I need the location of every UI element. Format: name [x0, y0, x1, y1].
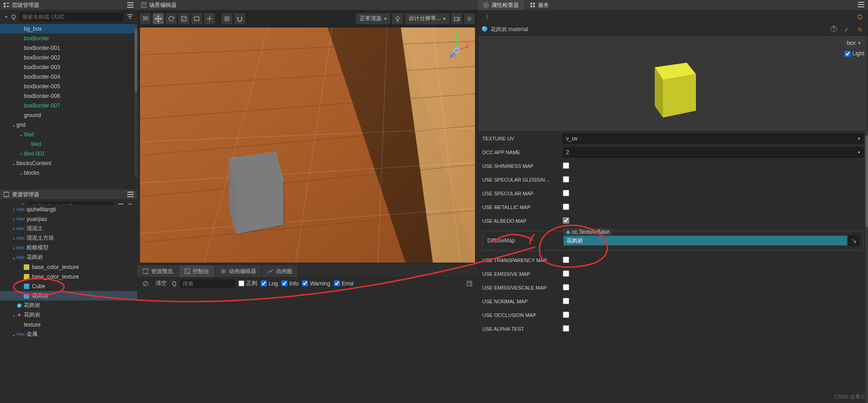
hierarchy-tree[interactable]: bg_boxboxBorderboxBorder-001boxBorder-00…: [0, 24, 137, 189]
asset-item[interactable]: ›FBX混泥土: [0, 224, 137, 233]
diffuse-map-field[interactable]: 花岗岩: [563, 236, 847, 246]
transform-tool-button[interactable]: [204, 13, 215, 24]
camera-button[interactable]: [451, 13, 462, 24]
axis-gizmo[interactable]: y x z: [443, 32, 470, 59]
asset-item[interactable]: base_color_texture: [0, 272, 137, 281]
asset-item[interactable]: texture: [0, 320, 137, 329]
console-regex-checkbox[interactable]: 正则: [238, 279, 257, 287]
diffuse-map-picker-button[interactable]: [848, 236, 859, 246]
revert-button[interactable]: ↻: [856, 26, 864, 34]
prop-use-shininess: USE SHININESS MAP: [482, 159, 863, 173]
tab-animation-graph[interactable]: 动画图: [262, 265, 298, 277]
settings-button[interactable]: [464, 13, 475, 24]
mode-3d-button[interactable]: 3D: [140, 13, 151, 24]
svg-rect-1: [6, 3, 9, 4]
console-stop-icon[interactable]: [141, 280, 150, 287]
console-search-input[interactable]: [180, 279, 235, 288]
hierarchy-search-input[interactable]: [19, 12, 124, 21]
hierarchy-item[interactable]: ⌄blocks: [0, 168, 137, 177]
tab-inspector[interactable]: 属性检查器: [478, 0, 524, 10]
hierarchy-item[interactable]: boxBorder-002: [0, 53, 137, 62]
inspector-menu-button[interactable]: [854, 0, 868, 10]
asset-item[interactable]: ›FBX粗糙模型: [0, 243, 137, 253]
nav-forward-button[interactable]: 〉: [494, 12, 503, 22]
prop-diffuse-map: DiffuseMap ◆cc.TextureBase 花岗岩: [482, 231, 863, 251]
apply-button[interactable]: ✓: [842, 26, 851, 34]
texture-uv-dropdown[interactable]: v_uv▾: [563, 134, 863, 144]
hierarchy-item[interactable]: tiled: [0, 139, 137, 149]
scene-viewport[interactable]: y x z: [140, 27, 475, 263]
asset-item[interactable]: base_color_texture: [0, 262, 137, 272]
material-preview[interactable]: box▾ Light: [479, 36, 867, 131]
hierarchy-item[interactable]: boxBorder-007: [0, 101, 137, 110]
use-normal-checkbox[interactable]: [563, 298, 569, 304]
preview-primitive-dropdown[interactable]: box▾: [843, 38, 864, 48]
hierarchy-item[interactable]: ⌄grid: [0, 120, 137, 129]
resolution-dropdown[interactable]: 设计分辨率...▾: [405, 13, 449, 24]
rotate-tool-button[interactable]: [166, 13, 177, 24]
use-occlusion-checkbox[interactable]: [563, 312, 569, 318]
hierarchy-item[interactable]: ground: [0, 110, 137, 120]
svg-rect-12: [454, 17, 458, 21]
hierarchy-item[interactable]: boxBorder-005: [0, 81, 137, 91]
use-emissivescale-checkbox[interactable]: [563, 284, 569, 290]
console-log-checkbox[interactable]: Log: [261, 280, 278, 287]
asset-item[interactable]: Cube: [0, 281, 137, 291]
asset-item[interactable]: ›FBXyuanjiao: [0, 214, 137, 224]
asset-item[interactable]: ⌄FBX花岗岩: [0, 253, 137, 262]
svg-point-67: [485, 5, 487, 6]
assets-tree[interactable]: ›FBXqiuhelifangti›FBXyuanjiao›FBX混泥土›FBX…: [0, 204, 137, 403]
hierarchy-item[interactable]: ⌄tiled: [0, 129, 137, 139]
console-error-checkbox[interactable]: Error: [334, 280, 354, 287]
asset-item[interactable]: ⬢花岗岩: [0, 301, 137, 310]
anchor-tool-button[interactable]: [221, 13, 232, 24]
filter-button[interactable]: [125, 13, 135, 21]
expand-button[interactable]: [855, 13, 864, 21]
use-specular-checkbox[interactable]: [563, 190, 569, 196]
hierarchy-item[interactable]: boxBorder-004: [0, 72, 137, 81]
use-emissive-checkbox[interactable]: [563, 270, 569, 277]
hierarchy-item[interactable]: boxBorder-001: [0, 43, 137, 53]
hierarchy-item[interactable]: ›tiled-001: [0, 149, 137, 158]
console-open-button[interactable]: [465, 280, 474, 287]
render-mode-dropdown[interactable]: 正常渲染▾: [356, 13, 390, 24]
nav-back-button[interactable]: 〈: [481, 12, 491, 22]
scene-title: 场景编辑器: [149, 1, 177, 9]
move-tool-button[interactable]: [153, 13, 164, 24]
tab-console[interactable]: 控制台: [179, 265, 215, 277]
hierarchy-item[interactable]: bg_box: [0, 24, 137, 33]
use-transparency-checkbox[interactable]: [563, 257, 569, 263]
hierarchy-item[interactable]: boxBorder: [0, 33, 137, 43]
console-clear-button[interactable]: 清空: [154, 279, 168, 288]
svg-rect-65: [467, 281, 472, 286]
dcc-app-dropdown[interactable]: 2▾: [563, 147, 863, 157]
scale-tool-button[interactable]: [178, 13, 189, 24]
hierarchy-item[interactable]: ⌄blocksContent: [0, 158, 137, 168]
svg-rect-2: [4, 5, 5, 7]
use-alpha-test-checkbox[interactable]: [563, 325, 569, 332]
snap-tool-button[interactable]: [234, 13, 245, 24]
light-toggle-button[interactable]: [392, 13, 403, 24]
use-metallic-checkbox[interactable]: [563, 204, 569, 210]
asset-item[interactable]: ⌄✦花岗岩: [0, 310, 137, 320]
add-node-button[interactable]: +: [3, 13, 10, 21]
preview-light-checkbox[interactable]: Light: [845, 50, 864, 57]
use-albedo-checkbox[interactable]: [563, 217, 569, 224]
rect-tool-button[interactable]: [191, 13, 202, 24]
console-warning-checkbox[interactable]: Warning: [302, 280, 330, 287]
tab-asset-preview[interactable]: 资源预览: [137, 265, 179, 277]
assets-menu-button[interactable]: [127, 192, 134, 197]
help-button[interactable]: ?: [830, 26, 837, 32]
tab-services[interactable]: 服务: [524, 0, 555, 10]
hierarchy-item[interactable]: boxBorder-006: [0, 91, 137, 101]
asset-item[interactable]: ›FBX混泥土方块: [0, 233, 137, 243]
console-info-checkbox[interactable]: Info: [281, 280, 298, 287]
asset-item[interactable]: ⌄FBX金属: [0, 329, 137, 339]
hierarchy-menu-button[interactable]: [127, 2, 134, 8]
asset-item[interactable]: ›FBXqiuhelifangti: [0, 204, 137, 214]
hierarchy-item[interactable]: boxBorder-003: [0, 62, 137, 72]
tab-animation-editor[interactable]: 动画编辑器: [215, 265, 262, 277]
use-shininess-checkbox[interactable]: [563, 162, 569, 169]
asset-item[interactable]: 花岗岩: [0, 291, 137, 301]
use-spec-gloss-checkbox[interactable]: [563, 176, 569, 183]
